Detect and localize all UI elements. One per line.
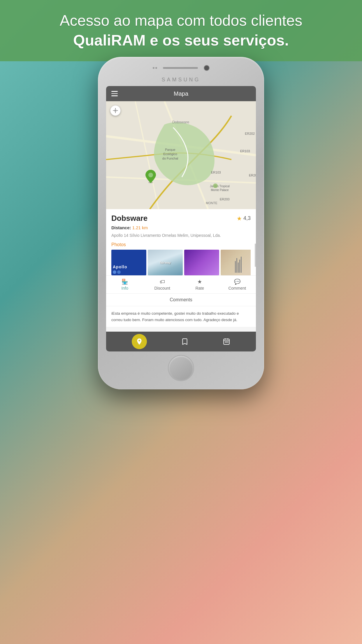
speaker-dot <box>153 67 154 69</box>
location-button[interactable] <box>110 105 121 116</box>
tab-discount-label: Discount <box>154 286 170 290</box>
samsung-brand: SAMSUNG <box>161 77 200 83</box>
speaker-dots <box>153 67 157 69</box>
business-info-section: Dobsware ★ 4,3 Distance: 1.21 km Apollo … <box>106 209 256 275</box>
hamburger-icon[interactable] <box>111 91 118 96</box>
scrollbar[interactable] <box>255 244 256 267</box>
photo-thumb-2[interactable]: fairway <box>148 250 183 275</box>
tab-info-label: Info <box>122 286 128 290</box>
svg-text:ER203: ER203 <box>249 174 256 177</box>
rate-star-icon: ★ <box>197 279 202 285</box>
tabs-row: 🏪 Info 🏷 Discount ★ Rate 💬 Comment <box>106 275 256 294</box>
bottom-nav-bookmark[interactable] <box>181 338 189 345</box>
tab-rate-label: Rate <box>195 286 204 290</box>
svg-text:ER203: ER203 <box>220 197 230 201</box>
business-rating: ★ 4,3 <box>237 215 251 222</box>
svg-text:Ecológico: Ecológico <box>163 152 177 156</box>
svg-text:Dobsware: Dobsware <box>172 120 189 124</box>
business-address: Apollo 14 Sílvio Livramento Ornelas Meli… <box>111 232 251 239</box>
home-button[interactable] <box>168 355 194 381</box>
distance-value: 1.21 km <box>132 225 148 230</box>
svg-text:Jardim Tropical: Jardim Tropical <box>210 185 230 188</box>
svg-text:Parque: Parque <box>165 148 175 151</box>
header-text: Acesso ao mapa com todos clientes QualiR… <box>60 11 302 50</box>
distance-row: Distance: 1.21 km <box>111 225 251 230</box>
bottom-nav-calendar[interactable] <box>223 338 230 345</box>
photos-label: Photos <box>111 242 251 247</box>
map-area[interactable]: ER202 ER103 ER203 ER203 ER103 Dobsware P… <box>106 101 256 209</box>
tab-comment[interactable]: 💬 Comment <box>219 276 256 293</box>
bottom-nav <box>106 332 256 351</box>
app-topbar-title: Mapa <box>174 90 188 97</box>
map-svg: ER202 ER103 ER203 ER203 ER103 Dobsware P… <box>106 101 256 209</box>
front-camera <box>204 65 210 71</box>
svg-point-17 <box>213 183 218 188</box>
bottom-nav-map[interactable] <box>132 334 147 349</box>
svg-text:ER202: ER202 <box>245 132 255 135</box>
svg-text:MONTE: MONTE <box>206 201 217 205</box>
photo-thumb-1[interactable]: Apollo <box>111 250 146 275</box>
app-topbar: Mapa <box>106 86 256 101</box>
svg-rect-30 <box>226 342 227 342</box>
map-pin <box>145 170 156 184</box>
photo-thumb-4[interactable] <box>221 250 251 275</box>
svg-text:ER103: ER103 <box>211 171 221 174</box>
header-line2: QualiRAM e os seus serviços. <box>73 32 289 49</box>
tab-discount[interactable]: 🏷 Discount <box>144 276 181 293</box>
header-banner: Acesso ao mapa com todos clientes QualiR… <box>0 0 362 61</box>
distance-label: Distance: <box>111 225 131 230</box>
svg-point-19 <box>148 173 153 177</box>
svg-text:ER103: ER103 <box>240 149 250 153</box>
phone-device: SAMSUNG Mapa <box>98 57 264 389</box>
comment-item: iEsta empresa é muito competente, gostei… <box>106 306 256 327</box>
phone-top-bar <box>137 65 225 71</box>
phone-screen: Mapa <box>106 86 256 351</box>
rating-value: 4,3 <box>243 215 251 221</box>
business-name: Dobsware <box>111 214 147 223</box>
tab-info[interactable]: 🏪 Info <box>106 276 144 293</box>
comments-section: Comments iEsta empresa é muito competent… <box>106 294 256 327</box>
svg-rect-29 <box>225 342 226 342</box>
svg-rect-31 <box>227 342 228 342</box>
svg-text:do Funchal: do Funchal <box>162 157 178 160</box>
speaker-dot <box>155 67 157 69</box>
discount-icon: 🏷 <box>160 279 165 285</box>
star-icon: ★ <box>237 215 242 222</box>
info-icon: 🏪 <box>122 279 128 285</box>
tab-comment-label: Comment <box>228 286 246 290</box>
svg-point-20 <box>115 110 116 111</box>
tab-rate[interactable]: ★ Rate <box>181 276 219 293</box>
comments-header: Comments <box>106 294 256 306</box>
speaker-grille <box>163 67 198 69</box>
photo-thumb-3[interactable] <box>184 250 219 275</box>
comment-icon: 💬 <box>234 279 240 285</box>
phone-shell: SAMSUNG Mapa <box>98 57 264 389</box>
header-line1: Acesso ao mapa com todos clientes <box>60 12 302 29</box>
business-header: Dobsware ★ 4,3 <box>111 214 251 223</box>
photos-strip: Apollo fairway <box>111 250 251 275</box>
svg-text:Monte Palace: Monte Palace <box>211 188 229 192</box>
